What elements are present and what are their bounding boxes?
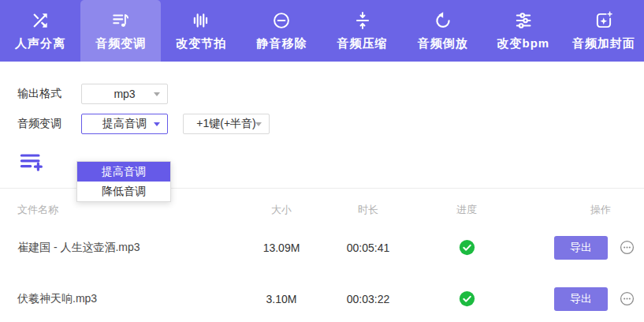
- equalizer-bars-icon: [191, 10, 211, 31]
- header-duration: 时长: [325, 203, 411, 217]
- file-name: 崔建国 - 人生这壶酒.mp3: [17, 241, 238, 255]
- chevron-down-icon: [154, 122, 160, 126]
- output-format-select[interactable]: mp3: [81, 84, 168, 104]
- dropdown-option-lower-pitch[interactable]: 降低音调: [77, 182, 170, 201]
- check-circle-icon: [459, 239, 475, 256]
- add-files-button[interactable]: [20, 152, 45, 172]
- dropdown-option-raise-pitch[interactable]: 提高音调: [77, 162, 170, 182]
- add-cover-icon: [594, 10, 614, 31]
- tab-label: 音频加封面: [572, 36, 635, 51]
- output-format-label: 输出格式: [17, 87, 81, 101]
- chevron-down-icon: [255, 122, 262, 126]
- tab-add-cover[interactable]: 音频加封面: [564, 0, 644, 62]
- header-action: 操作: [522, 203, 638, 217]
- output-format-value: mp3: [114, 88, 135, 100]
- tab-label: 改变bpm: [497, 36, 549, 51]
- table-row: 崔建国 - 人生这壶酒.mp3 13.09M 00:05:41 导出: [0, 222, 644, 273]
- header-progress: 进度: [411, 203, 522, 217]
- shuffle-icon: [30, 10, 50, 31]
- tab-change-bpm[interactable]: 改变bpm: [483, 0, 564, 62]
- file-name: 伏羲神天响.mp3: [17, 292, 238, 306]
- more-options-button[interactable]: [620, 291, 635, 306]
- output-format-row: 输出格式 mp3: [17, 84, 644, 104]
- settings-form: 输出格式 mp3 音频变调 提高音调 +1键(+半音) 提高音调 降低音调: [0, 84, 644, 172]
- file-size: 13.09M: [238, 242, 325, 254]
- pitch-row: 音频变调 提高音调 +1键(+半音): [17, 114, 644, 134]
- toolbar: 人声分离 音频变调 改变节拍 静音移除: [0, 0, 644, 62]
- progress-status: [411, 290, 522, 307]
- tab-audio-pitch[interactable]: 音频变调: [80, 0, 161, 62]
- sliders-icon: [513, 10, 534, 31]
- action-cell: 导出: [522, 236, 638, 260]
- pitch-dropdown-menu: 提高音调 降低音调: [76, 161, 171, 202]
- tab-audio-reverse[interactable]: 音频倒放: [403, 0, 483, 62]
- pitch-label: 音频变调: [17, 117, 81, 131]
- pitch-direction-select[interactable]: 提高音调: [81, 114, 168, 134]
- more-ellipsis-icon: [620, 240, 635, 255]
- rotate-ccw-icon: [433, 10, 453, 31]
- file-size: 3.10M: [238, 293, 325, 305]
- tab-label: 静音移除: [256, 36, 307, 51]
- tab-label: 音频倒放: [418, 36, 468, 51]
- tab-label: 改变节拍: [176, 36, 226, 51]
- more-options-button[interactable]: [620, 240, 635, 255]
- chevron-down-icon: [154, 92, 160, 96]
- tab-audio-compress[interactable]: 音频压缩: [322, 0, 403, 62]
- pitch-amount-value: +1键(+半音): [196, 117, 255, 131]
- playlist-add-icon: [20, 152, 45, 172]
- header-file-name: 文件名称: [17, 203, 238, 217]
- pitch-amount-select[interactable]: +1键(+半音): [183, 114, 270, 134]
- playlist-music-icon: [110, 10, 131, 31]
- minus-circle-icon: [271, 10, 292, 31]
- export-button[interactable]: 导出: [554, 287, 608, 311]
- header-size: 大小: [238, 203, 325, 217]
- action-cell: 导出: [522, 287, 638, 311]
- export-button[interactable]: 导出: [554, 236, 608, 260]
- progress-status: [411, 239, 522, 256]
- file-table: 文件名称 大小 时长 进度 操作 崔建国 - 人生这壶酒.mp3 13.09M …: [0, 198, 644, 322]
- check-circle-icon: [459, 290, 475, 307]
- compress-icon: [352, 10, 373, 31]
- tab-vocal-separation[interactable]: 人声分离: [0, 0, 80, 62]
- tab-label: 人声分离: [15, 36, 65, 51]
- table-row: 伏羲神天响.mp3 3.10M 00:03:22 导出: [0, 273, 644, 322]
- tab-label: 音频压缩: [337, 36, 388, 51]
- file-duration: 00:03:22: [325, 293, 411, 305]
- tab-label: 音频变调: [95, 36, 146, 51]
- tab-change-tempo[interactable]: 改变节拍: [161, 0, 241, 62]
- tab-silence-removal[interactable]: 静音移除: [241, 0, 322, 62]
- file-duration: 00:05:41: [325, 242, 411, 254]
- more-ellipsis-icon: [620, 291, 635, 306]
- pitch-direction-value: 提高音调: [102, 117, 147, 131]
